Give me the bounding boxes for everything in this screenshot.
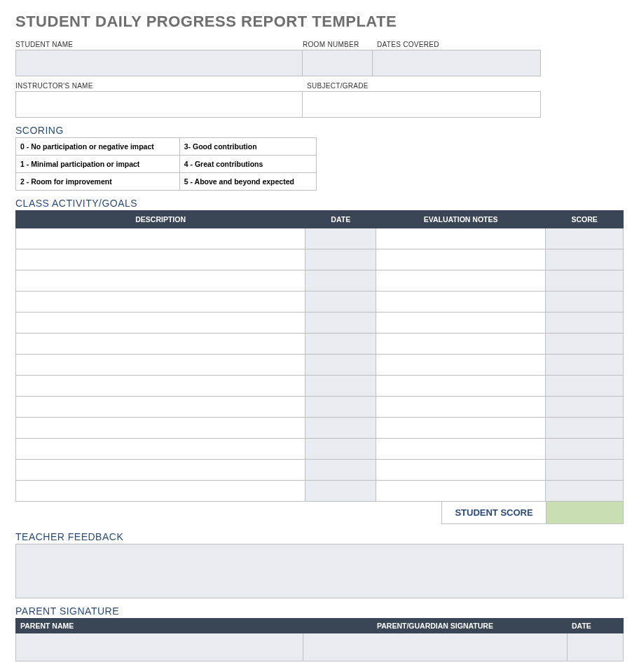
scoring-table: 0 - No participation or negative impact … [15,137,317,191]
activity-score-input[interactable] [546,355,624,376]
activity-row [16,397,624,418]
info-row-2: INSTRUCTOR'S NAME SUBJECT/GRADE [15,82,624,118]
activity-notes-input[interactable] [376,334,546,355]
activity-date-input[interactable] [305,481,376,502]
activity-notes-input[interactable] [376,439,546,460]
activity-date-input[interactable] [305,334,376,355]
activity-date-input[interactable] [305,270,376,292]
activity-date-input[interactable] [305,313,376,334]
activity-notes-input[interactable] [376,249,546,270]
activity-description-input[interactable] [16,334,305,355]
student-name-input[interactable] [15,50,303,76]
student-name-label: STUDENT NAME [15,41,303,48]
scoring-cell: 0 - No participation or negative impact [16,138,180,156]
scoring-cell: 4 - Great contributions [179,156,316,173]
activity-date-input[interactable] [305,355,376,376]
activity-row [16,270,624,292]
activity-description-input[interactable] [16,292,305,313]
activity-score-input[interactable] [546,313,624,334]
activity-score-input[interactable] [546,460,624,481]
parent-table: PARENT NAME PARENT/GUARDIAN SIGNATURE DA… [15,618,624,661]
activity-description-input[interactable] [16,313,305,334]
activity-notes-input[interactable] [376,418,546,439]
activity-description-input[interactable] [16,439,305,460]
scoring-cell: 5 - Above and beyond expected [179,173,316,191]
activity-row [16,334,624,355]
room-number-input[interactable] [303,50,373,76]
activity-description-input[interactable] [16,397,305,418]
parent-heading: PARENT SIGNATURE [15,605,624,617]
activity-score-input[interactable] [546,270,624,292]
activity-score-input[interactable] [546,439,624,460]
activity-notes-input[interactable] [376,292,546,313]
activity-date-input[interactable] [305,439,376,460]
activity-description-input[interactable] [16,376,305,397]
subject-cell: SUBJECT/GRADE [303,82,541,118]
activity-description-input[interactable] [16,249,305,270]
activity-date-input[interactable] [305,397,376,418]
scoring-cell: 3- Good contribution [179,138,316,156]
scoring-row: 2 - Room for improvement 5 - Above and b… [16,173,317,191]
scoring-row: 1 - Minimal participation or impact 4 - … [16,156,317,173]
activity-row [16,355,624,376]
activity-row [16,418,624,439]
activity-date-input[interactable] [305,249,376,270]
student-score-value[interactable] [547,502,624,524]
parent-date-input[interactable] [568,633,624,661]
activity-notes-input[interactable] [376,481,546,502]
subject-label: SUBJECT/GRADE [303,82,541,90]
activity-date-input[interactable] [305,228,376,249]
room-number-label: ROOM NUMBER [303,41,373,48]
parent-date-header: DATE [568,619,624,633]
activity-notes-input[interactable] [376,270,546,292]
parent-name-input[interactable] [16,633,303,661]
activity-notes-input[interactable] [376,397,546,418]
activity-description-input[interactable] [16,418,305,439]
activity-row [16,481,624,502]
activity-row [16,228,624,249]
col-notes-header: EVALUATION NOTES [376,211,546,228]
activity-score-input[interactable] [546,249,624,270]
activity-date-input[interactable] [305,292,376,313]
scoring-heading: SCORING [15,125,624,136]
activity-score-input[interactable] [546,292,624,313]
student-name-cell: STUDENT NAME [15,41,303,76]
activity-notes-input[interactable] [376,355,546,376]
activity-notes-input[interactable] [376,460,546,481]
activity-score-input[interactable] [546,481,624,502]
dates-covered-cell: DATES COVERED [373,41,541,76]
activity-date-input[interactable] [305,460,376,481]
activity-score-input[interactable] [546,376,624,397]
activity-table: DESCRIPTION DATE EVALUATION NOTES SCORE [15,210,624,502]
activity-notes-input[interactable] [376,376,546,397]
parent-row [16,633,624,661]
feedback-input[interactable] [15,544,624,598]
activity-score-input[interactable] [546,334,624,355]
parent-name-header: PARENT NAME [16,619,303,633]
activity-description-input[interactable] [16,355,305,376]
parent-sig-input[interactable] [303,633,568,661]
student-score-row: STUDENT SCORE [15,502,624,524]
activity-row [16,292,624,313]
activity-description-input[interactable] [16,270,305,292]
activity-score-input[interactable] [546,418,624,439]
scoring-cell: 2 - Room for improvement [16,173,180,191]
info-row-1: STUDENT NAME ROOM NUMBER DATES COVERED [15,41,624,76]
activity-score-input[interactable] [546,228,624,249]
instructor-input[interactable] [15,91,303,118]
activity-row [16,439,624,460]
activity-description-input[interactable] [16,460,305,481]
activity-date-input[interactable] [305,376,376,397]
activity-notes-input[interactable] [376,228,546,249]
activity-heading: CLASS ACTIVITY/GOALS [15,198,624,209]
activity-notes-input[interactable] [376,313,546,334]
activity-date-input[interactable] [305,418,376,439]
activity-description-input[interactable] [16,228,305,249]
scoring-cell: 1 - Minimal participation or impact [16,156,180,173]
instructor-cell: INSTRUCTOR'S NAME [15,82,303,118]
activity-description-input[interactable] [16,481,305,502]
dates-covered-input[interactable] [373,50,541,76]
activity-row [16,460,624,481]
activity-score-input[interactable] [546,397,624,418]
subject-input[interactable] [303,91,541,118]
